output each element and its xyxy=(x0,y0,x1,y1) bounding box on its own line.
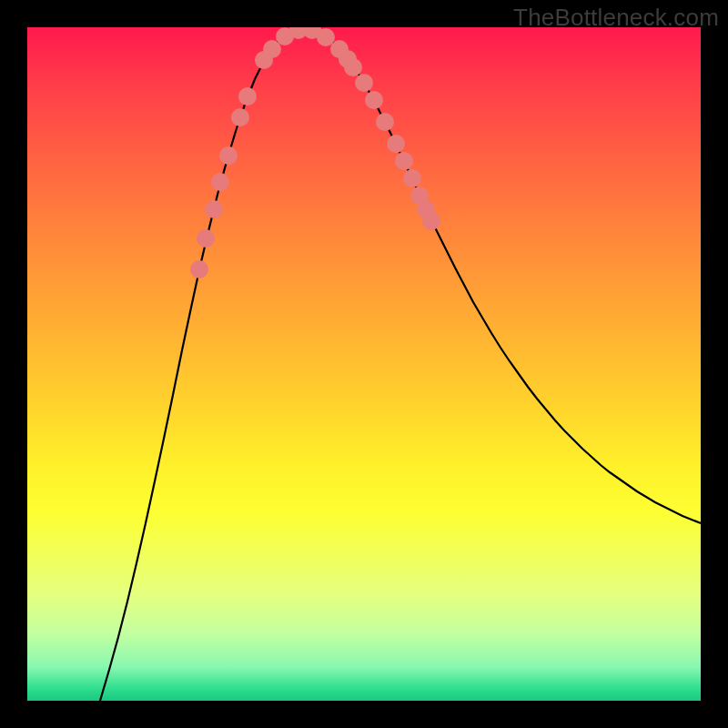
bead-point xyxy=(355,74,373,92)
bead-point xyxy=(231,108,249,126)
plot-svg xyxy=(27,27,701,701)
bead-point xyxy=(211,173,229,191)
bottleneck-curve xyxy=(100,29,701,701)
plot-area xyxy=(27,27,701,701)
bead-point xyxy=(365,91,383,109)
bead-point xyxy=(422,212,440,230)
bead-point xyxy=(190,260,208,278)
bead-point xyxy=(403,169,421,187)
bead-point xyxy=(238,87,257,106)
bead-point xyxy=(219,147,238,165)
bead-point xyxy=(197,229,215,248)
bead-point xyxy=(395,152,413,170)
bead-cluster xyxy=(190,27,440,278)
bead-point xyxy=(387,135,405,153)
watermark-text: TheBottleneck.com xyxy=(513,4,719,32)
bead-point xyxy=(344,58,362,76)
bead-point xyxy=(376,113,394,131)
chart-frame: TheBottleneck.com xyxy=(0,0,728,728)
bead-point xyxy=(205,200,223,218)
